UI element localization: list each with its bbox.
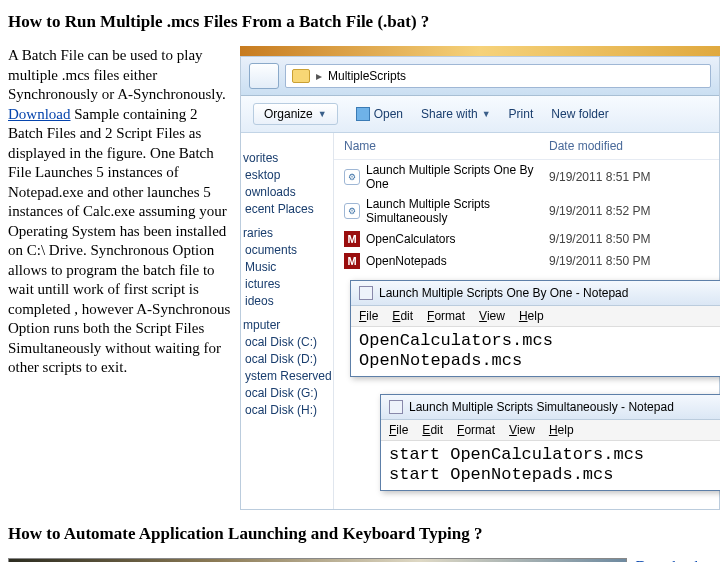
menu-file[interactable]: File <box>389 423 408 437</box>
new-folder-button[interactable]: New folder <box>551 107 608 121</box>
sidebar-favorites[interactable]: vorites <box>243 151 327 165</box>
organize-label: Organize <box>264 107 313 121</box>
notepad1-body[interactable]: OpenCalculators.mcs OpenNotepads.mcs <box>351 327 720 376</box>
menu-format[interactable]: Format <box>457 423 495 437</box>
app-icon <box>356 107 370 121</box>
menu-view[interactable]: View <box>509 423 535 437</box>
para-text-2: Sample containing 2 Batch Files and 2 Sc… <box>8 106 230 376</box>
body-paragraph: A Batch File can be used to play multipl… <box>8 46 234 510</box>
mcs-file-icon: M <box>344 253 360 269</box>
chevron-right-icon: ▸ <box>316 69 322 83</box>
explorer-sidebar: vorites esktop ownloads ecent Places rar… <box>241 133 333 510</box>
heading-1: How to Run Multiple .mcs Files From a Ba… <box>8 12 712 32</box>
nav-back-button[interactable] <box>249 63 279 89</box>
col-name[interactable]: Name <box>344 139 549 153</box>
download-link[interactable]: Download <box>8 106 71 122</box>
menu-edit[interactable]: Edit <box>422 423 443 437</box>
col-date[interactable]: Date modified <box>549 139 709 153</box>
chevron-down-icon: ▼ <box>482 109 491 119</box>
share-label: Share with <box>421 107 478 121</box>
file-date: 9/19/2011 8:52 PM <box>549 204 709 218</box>
sidebar-item-desktop[interactable]: esktop <box>243 168 327 182</box>
column-headers: Name Date modified <box>334 133 719 160</box>
file-row[interactable]: ⚙Launch Multiple Scripts Simultaneously9… <box>334 194 719 228</box>
sidebar-item-documents[interactable]: ocuments <box>243 243 327 257</box>
mcs-file-icon: M <box>344 231 360 247</box>
footer-thumbnail <box>8 558 627 562</box>
file-row[interactable]: MOpenNotepads9/19/2011 8:50 PM <box>334 250 719 272</box>
sidebar-item-recent[interactable]: ecent Places <box>243 202 327 216</box>
sidebar-item-disk-g[interactable]: ocal Disk (G:) <box>243 386 327 400</box>
notepad-window-2: Launch Multiple Scripts Simultaneously -… <box>380 394 720 491</box>
notepad-icon <box>359 286 373 300</box>
bat-file-icon: ⚙ <box>344 169 360 185</box>
explorer-toolbar: Organize ▼ Open Share with ▼ Print New f… <box>241 96 719 133</box>
share-button[interactable]: Share with ▼ <box>421 107 491 121</box>
path-text: MultipleScripts <box>328 69 406 83</box>
menu-view[interactable]: View <box>479 309 505 323</box>
sidebar-item-disk-c[interactable]: ocal Disk (C:) <box>243 335 327 349</box>
notepad2-body[interactable]: start OpenCalculators.mcs start OpenNote… <box>381 441 720 490</box>
footer-row: Download & <box>8 558 712 562</box>
organize-button[interactable]: Organize ▼ <box>253 103 338 125</box>
menu-edit[interactable]: Edit <box>392 309 413 323</box>
sidebar-item-pictures[interactable]: ictures <box>243 277 327 291</box>
notepad2-title: Launch Multiple Scripts Simultaneously -… <box>409 400 674 414</box>
heading-2: How to Automate Application Launching an… <box>8 524 712 544</box>
print-button[interactable]: Print <box>509 107 534 121</box>
notepad-icon <box>389 400 403 414</box>
open-button[interactable]: Open <box>356 107 403 121</box>
file-date: 9/19/2011 8:50 PM <box>549 254 709 268</box>
menu-help[interactable]: Help <box>519 309 544 323</box>
menu-file[interactable]: File <box>359 309 378 323</box>
notepad-window-1: Launch Multiple Scripts One By One - Not… <box>350 280 720 377</box>
notepad2-menu: File Edit Format View Help <box>381 420 720 441</box>
path-box[interactable]: ▸ MultipleScripts <box>285 64 711 88</box>
sidebar-libraries[interactable]: raries <box>243 226 327 240</box>
notepad1-titlebar: Launch Multiple Scripts One By One - Not… <box>351 281 720 306</box>
menu-format[interactable]: Format <box>427 309 465 323</box>
notepad2-titlebar: Launch Multiple Scripts Simultaneously -… <box>381 395 720 420</box>
open-label: Open <box>374 107 403 121</box>
sidebar-item-disk-h[interactable]: ocal Disk (H:) <box>243 403 327 417</box>
file-name: OpenNotepads <box>366 254 543 268</box>
file-name: Launch Multiple Scripts Simultaneously <box>366 197 543 225</box>
bat-file-icon: ⚙ <box>344 203 360 219</box>
sidebar-item-music[interactable]: Music <box>243 260 327 274</box>
chevron-down-icon: ▼ <box>318 109 327 119</box>
screenshot-area: ▸ MultipleScripts Organize ▼ Open Share … <box>240 46 720 510</box>
sidebar-item-videos[interactable]: ideos <box>243 294 327 308</box>
address-bar-row: ▸ MultipleScripts <box>241 57 719 96</box>
footer-text: Download & <box>635 558 712 562</box>
notepad1-menu: File Edit Format View Help <box>351 306 720 327</box>
para-text-1: A Batch File can be used to play multipl… <box>8 47 226 102</box>
file-date: 9/19/2011 8:51 PM <box>549 170 709 184</box>
file-name: Launch Multiple Scripts One By One <box>366 163 543 191</box>
file-date: 9/19/2011 8:50 PM <box>549 232 709 246</box>
sidebar-item-system-reserved[interactable]: ystem Reserved <box>243 369 327 383</box>
menu-help[interactable]: Help <box>549 423 574 437</box>
file-row[interactable]: ⚙Launch Multiple Scripts One By One9/19/… <box>334 160 719 194</box>
window-border-gradient <box>240 46 720 56</box>
sidebar-computer[interactable]: mputer <box>243 318 327 332</box>
folder-icon <box>292 69 310 83</box>
notepad1-title: Launch Multiple Scripts One By One - Not… <box>379 286 628 300</box>
sidebar-item-downloads[interactable]: ownloads <box>243 185 327 199</box>
footer-download-link[interactable]: Download <box>635 558 698 562</box>
sidebar-item-disk-d[interactable]: ocal Disk (D:) <box>243 352 327 366</box>
file-row[interactable]: MOpenCalculators9/19/2011 8:50 PM <box>334 228 719 250</box>
file-name: OpenCalculators <box>366 232 543 246</box>
